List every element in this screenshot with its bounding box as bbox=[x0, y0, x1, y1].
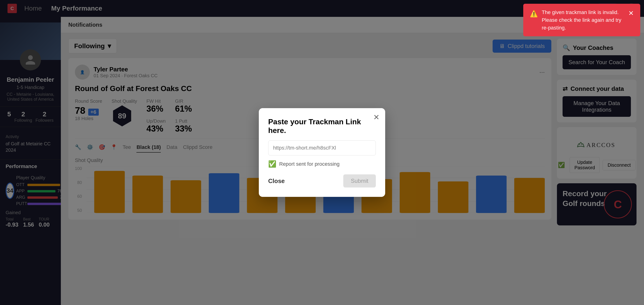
toast-close-button[interactable]: ✕ bbox=[628, 8, 634, 18]
success-check-icon: ✅ bbox=[268, 160, 276, 168]
toast-message: The given trackman link is invalid. Plea… bbox=[542, 8, 622, 32]
error-toast: ⚠️ The given trackman link is invalid. P… bbox=[523, 4, 640, 36]
warning-icon: ⚠️ bbox=[530, 9, 538, 19]
success-text: Report sent for processing bbox=[279, 161, 340, 167]
modal-success-message: ✅ Report sent for processing bbox=[268, 160, 376, 168]
modal-close-button[interactable]: Close bbox=[268, 178, 285, 185]
modal-title: Paste your Trackman Link here. bbox=[268, 118, 376, 135]
modal-actions: Close Submit bbox=[268, 174, 376, 188]
modal-submit-button[interactable]: Submit bbox=[343, 174, 376, 188]
trackman-url-input[interactable] bbox=[268, 140, 376, 156]
modal-overlay: Paste your Trackman Link here. ✕ ✅ Repor… bbox=[0, 0, 644, 305]
trackman-modal: Paste your Trackman Link here. ✕ ✅ Repor… bbox=[259, 108, 385, 197]
modal-close-x-button[interactable]: ✕ bbox=[373, 113, 380, 122]
